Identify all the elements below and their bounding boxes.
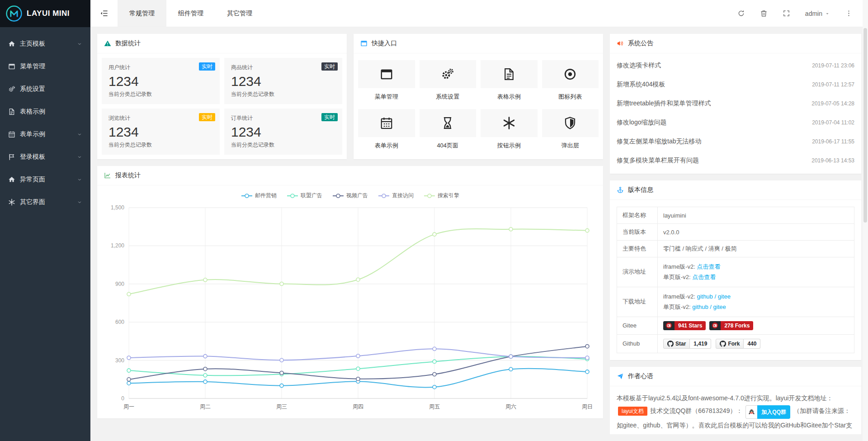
- quick-entry[interactable]: 系统设置: [420, 60, 476, 101]
- version-table: 框架名称layuimini当前版本v2.0.0主要特色零门槛 / 响应式 / 清…: [617, 207, 854, 353]
- refresh-icon[interactable]: [730, 0, 753, 27]
- quick-entry[interactable]: 404页面: [420, 109, 476, 150]
- link[interactable]: gitee: [718, 293, 731, 300]
- version-row-label: 演示地址: [617, 257, 658, 287]
- line-chart[interactable]: 03006009001,2001,500周一周二周三周四周五周六周日: [104, 201, 596, 414]
- version-row: GithubStar1,419Fork440: [617, 334, 854, 353]
- tab-1[interactable]: 组件管理: [166, 0, 215, 27]
- legend-marker: [332, 193, 344, 199]
- legend-item[interactable]: 搜索引擎: [424, 192, 459, 199]
- author-text-segment: 技术交流QQ群（667813249）：: [649, 407, 745, 414]
- github-badge[interactable]: Fork440: [716, 339, 760, 349]
- quick-entry[interactable]: 弹出层: [542, 109, 599, 150]
- layui-docs-badge[interactable]: layui文档: [618, 407, 647, 416]
- legend-item[interactable]: 联盟广告: [287, 192, 322, 199]
- quick-entry[interactable]: 表单示例: [358, 109, 415, 150]
- more-icon[interactable]: [837, 0, 860, 27]
- version-row: 框架名称layuimini: [617, 207, 854, 224]
- announcement-date: 2019-07-11 12:57: [812, 81, 854, 88]
- link[interactable]: 点击查看: [692, 274, 716, 280]
- announcement-date: 2019-07-05 14:28: [811, 100, 854, 107]
- fullscreen-icon[interactable]: [775, 0, 798, 27]
- chart-legend: 邮件营销联盟广告视频广告直接访问搜索引擎: [104, 192, 596, 199]
- app-window: LAYUI MINI 主页模板菜单管理系统设置表格示例表单示例登录模板异常页面其…: [0, 0, 868, 441]
- panel-header: 系统公告: [610, 34, 861, 53]
- sidebar-item-1[interactable]: 菜单管理: [0, 55, 90, 78]
- announcement-item[interactable]: 修改选项卡样式2019-07-11 23:06: [617, 56, 854, 75]
- stat-badge: 实时: [321, 62, 338, 71]
- version-row-label: 框架名称: [617, 207, 658, 224]
- stat-title: 订单统计: [231, 114, 335, 122]
- panel-header: 版本信息: [610, 180, 861, 200]
- right-column: 系统公告 修改选项卡样式2019-07-11 23:06新增系统404模板201…: [610, 34, 861, 434]
- announcement-item[interactable]: 新增treetable插件和菜单管理样式2019-07-05 14:28: [617, 94, 854, 113]
- panel-version-info: 版本信息 框架名称layuimini当前版本v2.0.0主要特色零门槛 / 响应…: [610, 180, 861, 360]
- quick-entry-label: 菜单管理: [358, 93, 415, 101]
- trash-icon[interactable]: [753, 0, 775, 27]
- author-text-segment: 本模板基于layui2.5.4以及font-awesome-4.7.0进行实现。…: [617, 394, 833, 402]
- quick-entry[interactable]: 图标列表: [542, 60, 599, 101]
- version-row-label: 当前版本: [617, 224, 658, 241]
- stat-value: 1234: [108, 124, 213, 140]
- gitee-icon: [712, 322, 718, 328]
- quick-entry[interactable]: 按钮示例: [481, 109, 538, 150]
- chevron-down-icon: [77, 154, 82, 160]
- stat-value: 1234: [231, 124, 335, 140]
- svg-text:300: 300: [115, 357, 124, 364]
- stat-desc: 当前分类总记录数: [108, 141, 213, 149]
- legend-item[interactable]: 邮件营销: [241, 192, 277, 199]
- sidebar-item-label: 表格示例: [20, 108, 82, 116]
- content-area: 数据统计 用户统计1234当前分类总记录数实时商品统计1234当前分类总记录数实…: [90, 27, 868, 441]
- announcement-item[interactable]: 新增系统404模板2019-07-11 12:57: [617, 75, 854, 94]
- scrollbar-thumb[interactable]: [863, 28, 867, 223]
- join-qq-group-badge[interactable]: 加入QQ群: [745, 405, 790, 419]
- tab-2[interactable]: 其它管理: [215, 0, 264, 27]
- announcement-text: 修改logo缩放问题: [617, 119, 666, 127]
- link[interactable]: github: [697, 293, 712, 300]
- quick-entry-label: 弹出层: [542, 142, 599, 150]
- version-row-value: Star1,419Fork440: [658, 334, 854, 353]
- stat-card: 商品统计1234当前分类总记录数实时: [224, 58, 342, 104]
- quick-entry[interactable]: 表格示例: [481, 60, 538, 101]
- legend-item[interactable]: 视频广告: [332, 192, 368, 199]
- flag-icon: [8, 153, 15, 161]
- stat-card: 浏览统计1234当前分类总记录数实时: [102, 109, 220, 155]
- main-area: 常规管理组件管理其它管理 admin 数据统计: [90, 0, 868, 441]
- scrollbar[interactable]: [863, 0, 868, 441]
- legend-item[interactable]: 直接访问: [378, 192, 414, 199]
- sidebar-item-2[interactable]: 系统设置: [0, 78, 90, 100]
- sidebar-menu: 主页模板菜单管理系统设置表格示例表单示例登录模板异常页面其它界面: [0, 27, 90, 213]
- chevron-down-icon: [77, 132, 82, 137]
- version-row-value: v2.0.0: [658, 224, 854, 241]
- legend-label: 搜索引擎: [438, 192, 459, 199]
- link[interactable]: 点击查看: [697, 263, 720, 270]
- tab-0[interactable]: 常规管理: [118, 0, 166, 27]
- menu-fold-icon[interactable]: [90, 0, 118, 27]
- sidebar-item-4[interactable]: 表单示例: [0, 123, 90, 146]
- link[interactable]: gitee: [713, 303, 726, 310]
- user-menu[interactable]: admin: [798, 0, 837, 27]
- panel-report-stats: 报表统计 邮件营销联盟广告视频广告直接访问搜索引擎 03006009001,20…: [97, 166, 603, 418]
- sidebar-item-3[interactable]: 表格示例: [0, 100, 90, 123]
- sidebar-item-6[interactable]: 异常页面: [0, 168, 90, 191]
- sidebar-item-label: 表单示例: [20, 130, 77, 138]
- layui-mini-logo-icon: [5, 5, 23, 22]
- snowflake-icon: [481, 109, 538, 137]
- gitee-badge[interactable]: 278 Forks: [709, 321, 753, 330]
- sidebar-item-0[interactable]: 主页模板: [0, 33, 90, 55]
- link[interactable]: github: [692, 303, 708, 310]
- legend-marker: [424, 193, 435, 199]
- quick-entry[interactable]: 菜单管理: [358, 60, 415, 101]
- sidebar-item-5[interactable]: 登录模板: [0, 146, 90, 168]
- github-badge[interactable]: Star1,419: [663, 339, 711, 349]
- gitee-badge[interactable]: 941 Stars: [663, 321, 706, 330]
- sidebar-item-7[interactable]: 其它界面: [0, 191, 90, 213]
- gitee-icon: [666, 322, 672, 328]
- logo[interactable]: LAYUI MINI: [0, 0, 90, 27]
- version-row-value: 零门槛 / 响应式 / 清爽 / 极简: [658, 241, 854, 257]
- panel-title: 版本信息: [628, 186, 653, 194]
- announcement-item[interactable]: 修改logo缩放问题2019-07-04 11:02: [617, 113, 854, 132]
- announcement-item[interactable]: 修复多模块菜单栏展开有问题2019-06-13 14:53: [617, 151, 854, 170]
- announcement-item[interactable]: 修复左侧菜单缩放tab无法移动2019-06-17 11:55: [617, 132, 854, 151]
- panel-title: 系统公告: [628, 39, 653, 47]
